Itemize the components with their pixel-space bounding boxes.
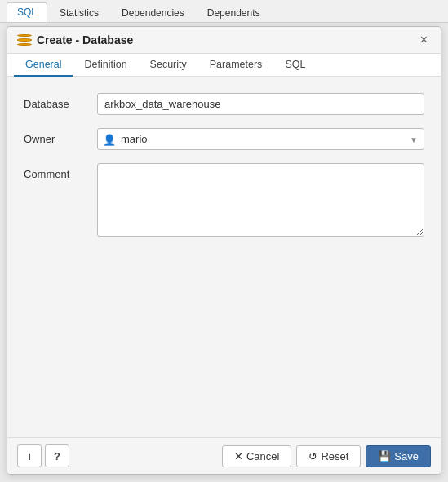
dialog-tabs: General Definition Security Parameters S… bbox=[7, 54, 441, 77]
owner-select[interactable]: mario bbox=[97, 128, 424, 150]
tab-sql[interactable]: SQL bbox=[273, 54, 317, 77]
footer-left-buttons: i ? bbox=[17, 444, 69, 467]
database-field-wrapper bbox=[97, 93, 424, 115]
tab-security[interactable]: Security bbox=[139, 54, 198, 77]
database-icon bbox=[17, 34, 32, 46]
footer-right-buttons: ✕ Cancel ↺ Reset 💾 Save bbox=[222, 445, 431, 467]
top-tab-sql[interactable]: SQL bbox=[7, 2, 47, 22]
cancel-label: Cancel bbox=[246, 450, 279, 462]
reset-icon: ↺ bbox=[308, 450, 317, 462]
tab-general[interactable]: General bbox=[14, 54, 73, 77]
save-icon: 💾 bbox=[378, 450, 391, 462]
dialog-footer: i ? ✕ Cancel ↺ Reset 💾 Save bbox=[7, 437, 441, 474]
top-tab-dependencies[interactable]: Dependencies bbox=[111, 3, 195, 22]
reset-button[interactable]: ↺ Reset bbox=[296, 445, 361, 467]
info-button[interactable]: i bbox=[17, 444, 42, 467]
dialog-body: Database Owner 👤 mario ▼ Comment bbox=[7, 77, 441, 437]
reset-label: Reset bbox=[321, 450, 348, 462]
cancel-button[interactable]: ✕ Cancel bbox=[222, 445, 291, 467]
owner-label: Owner bbox=[24, 128, 97, 145]
tab-definition[interactable]: Definition bbox=[73, 54, 138, 77]
owner-row: Owner 👤 mario ▼ bbox=[24, 128, 424, 150]
help-button[interactable]: ? bbox=[45, 444, 69, 467]
database-input[interactable] bbox=[97, 93, 424, 115]
comment-row: Comment bbox=[24, 163, 424, 239]
create-database-dialog: Create - Database × General Definition S… bbox=[7, 26, 441, 475]
dialog-title-text: Create - Database bbox=[37, 33, 133, 46]
top-tab-statistics[interactable]: Statistics bbox=[49, 3, 109, 22]
top-tabs-bar: SQL Statistics Dependencies Dependents bbox=[0, 0, 448, 23]
comment-label: Comment bbox=[24, 163, 97, 180]
save-label: Save bbox=[394, 450, 419, 462]
dialog-title-bar: Create - Database × bbox=[7, 27, 441, 54]
cancel-icon: ✕ bbox=[234, 450, 243, 462]
database-row: Database bbox=[24, 93, 424, 115]
comment-textarea[interactable] bbox=[97, 163, 424, 237]
top-tab-dependents[interactable]: Dependents bbox=[197, 3, 271, 22]
database-label: Database bbox=[24, 93, 97, 110]
dialog-title: Create - Database bbox=[17, 33, 133, 46]
dialog-close-button[interactable]: × bbox=[417, 33, 431, 46]
save-button[interactable]: 💾 Save bbox=[366, 445, 431, 467]
user-icon: 👤 bbox=[103, 133, 116, 145]
tab-parameters[interactable]: Parameters bbox=[198, 54, 274, 77]
comment-field-wrapper bbox=[97, 163, 424, 239]
owner-select-wrapper: 👤 mario ▼ bbox=[97, 128, 424, 150]
